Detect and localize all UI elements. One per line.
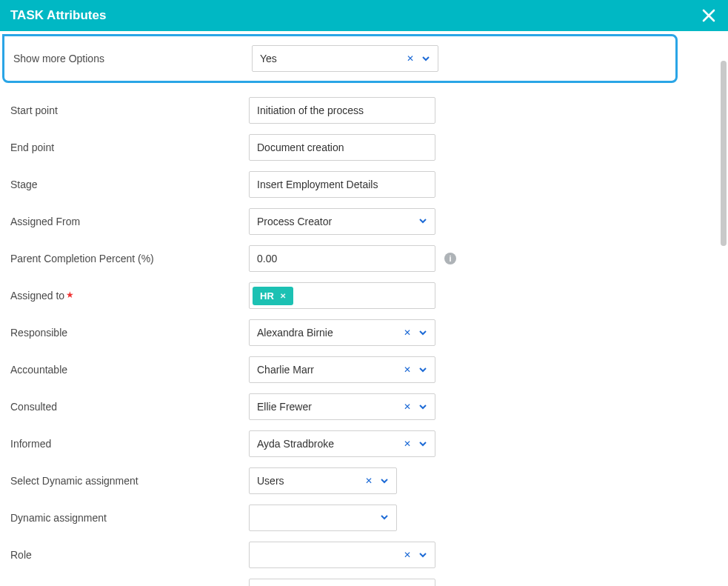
role-label: Role xyxy=(10,549,249,561)
exception-assignees-row: Exception Assignees xyxy=(0,573,680,586)
role-row: Role ✕ xyxy=(0,536,680,573)
chevron-down-icon[interactable] xyxy=(418,550,427,559)
assigned-to-label: Assigned to★ xyxy=(10,290,249,302)
scrollbar-thumb[interactable] xyxy=(721,61,727,246)
info-icon[interactable]: i xyxy=(444,253,456,264)
input-value: Initiation of the process xyxy=(257,104,364,116)
chevron-down-icon[interactable] xyxy=(418,439,427,448)
responsible-combo[interactable]: Alexandra Birnie ✕ xyxy=(249,319,435,346)
input-value[interactable] xyxy=(257,246,427,271)
combo-value: Ayda Stradbroke xyxy=(257,438,402,450)
parent-completion-input[interactable] xyxy=(249,245,435,272)
consulted-combo[interactable]: Ellie Frewer ✕ xyxy=(249,393,435,420)
chevron-down-icon[interactable] xyxy=(418,365,427,374)
start-point-row: Start point Initiation of the process xyxy=(0,92,680,129)
label-text: Assigned to xyxy=(10,290,64,302)
input-value: Insert Employment Details xyxy=(257,179,378,190)
tag-remove-icon[interactable]: ✕ xyxy=(280,292,286,300)
consulted-label: Consulted xyxy=(10,401,249,413)
select-value: Process Creator xyxy=(257,216,332,227)
chevron-down-icon[interactable] xyxy=(418,402,427,411)
start-point-input[interactable]: Initiation of the process xyxy=(249,97,435,124)
clear-x-icon[interactable]: ✕ xyxy=(402,550,413,559)
accountable-combo[interactable]: Charlie Marr ✕ xyxy=(249,356,435,383)
required-star-icon: ★ xyxy=(66,290,74,300)
show-more-options-control: Yes ✕ xyxy=(252,45,438,72)
combo-value: Yes xyxy=(260,53,405,64)
clear-x-icon[interactable]: ✕ xyxy=(402,365,413,374)
dynamic-assignment-select[interactable] xyxy=(249,505,397,531)
start-point-label: Start point xyxy=(10,104,249,116)
select-dynamic-row: Select Dynamic assignment Users ✕ xyxy=(0,462,680,499)
dynamic-assignment-row: Dynamic assignment xyxy=(0,499,680,536)
clear-x-icon[interactable]: ✕ xyxy=(364,476,374,485)
assigned-from-label: Assigned From xyxy=(10,216,249,227)
select-dynamic-combo[interactable]: Users ✕ xyxy=(249,467,397,494)
assigned-to-row: Assigned to★ HR ✕ xyxy=(0,277,680,314)
end-point-input[interactable]: Document creation xyxy=(249,134,435,161)
input-value[interactable] xyxy=(257,579,427,586)
form-area: Show more Options Yes ✕ Start point xyxy=(0,31,680,586)
accountable-label: Accountable xyxy=(10,364,249,376)
panel-title: TASK Attributes xyxy=(10,8,106,23)
responsible-row: Responsible Alexandra Birnie ✕ xyxy=(0,314,680,351)
chevron-down-icon[interactable] xyxy=(421,54,430,63)
informed-row: Informed Ayda Stradbroke ✕ xyxy=(0,425,680,462)
accountable-row: Accountable Charlie Marr ✕ xyxy=(0,351,680,388)
informed-combo[interactable]: Ayda Stradbroke ✕ xyxy=(249,430,435,457)
assigned-to-tagbox[interactable]: HR ✕ xyxy=(249,282,435,309)
clear-x-icon[interactable]: ✕ xyxy=(402,328,413,337)
task-attributes-panel: TASK Attributes Show more Options Yes ✕ xyxy=(0,0,728,586)
close-button[interactable] xyxy=(700,7,718,24)
clear-x-icon[interactable]: ✕ xyxy=(405,54,415,63)
role-combo[interactable]: ✕ xyxy=(249,542,435,568)
chevron-down-icon[interactable] xyxy=(380,512,389,524)
select-dynamic-label: Select Dynamic assignment xyxy=(10,475,249,487)
assignee-tag: HR ✕ xyxy=(253,287,293,305)
titlebar: TASK Attributes xyxy=(0,0,728,31)
end-point-row: End point Document creation xyxy=(0,129,680,166)
vertical-scrollbar[interactable] xyxy=(718,31,728,586)
clear-x-icon[interactable]: ✕ xyxy=(402,402,413,411)
combo-value: Alexandra Birnie xyxy=(257,327,402,339)
combo-value: Ellie Frewer xyxy=(257,401,402,413)
combo-value: Charlie Marr xyxy=(257,364,402,376)
show-more-options-label: Show more Options xyxy=(13,53,252,64)
parent-completion-row: Parent Completion Percent (%) i xyxy=(0,240,680,277)
dynamic-assignment-label: Dynamic assignment xyxy=(10,512,249,524)
exception-assignees-input[interactable] xyxy=(249,579,435,586)
informed-label: Informed xyxy=(10,438,249,450)
tag-label: HR xyxy=(260,290,274,302)
show-more-options-row: Show more Options Yes ✕ xyxy=(2,34,678,83)
stage-input[interactable]: Insert Employment Details xyxy=(249,171,435,198)
stage-row: Stage Insert Employment Details xyxy=(0,166,680,203)
assigned-from-select[interactable]: Process Creator xyxy=(249,208,435,235)
chevron-down-icon[interactable] xyxy=(418,216,427,227)
input-value: Document creation xyxy=(257,141,344,153)
parent-completion-label: Parent Completion Percent (%) xyxy=(10,253,249,264)
assigned-from-row: Assigned From Process Creator xyxy=(0,203,680,240)
show-more-options-combo[interactable]: Yes ✕ xyxy=(252,45,438,72)
consulted-row: Consulted Ellie Frewer ✕ xyxy=(0,388,680,425)
stage-label: Stage xyxy=(10,179,249,190)
combo-value: Users xyxy=(257,475,364,487)
chevron-down-icon[interactable] xyxy=(418,328,427,337)
form-body: Show more Options Yes ✕ Start point xyxy=(0,31,728,586)
clear-x-icon[interactable]: ✕ xyxy=(402,439,413,448)
close-icon xyxy=(700,7,718,24)
chevron-down-icon[interactable] xyxy=(380,476,389,485)
responsible-label: Responsible xyxy=(10,327,249,339)
end-point-label: End point xyxy=(10,141,249,153)
